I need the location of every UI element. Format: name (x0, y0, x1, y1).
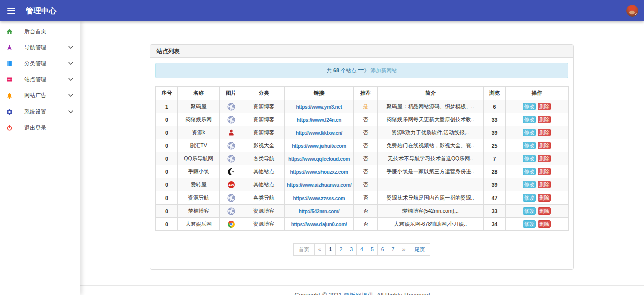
table-header-row: 序号名称图片分类链接推荐简介浏览操作 (156, 87, 569, 100)
cell-operations: 修改 删除 (506, 165, 569, 178)
sidebar-item-ad[interactable]: 网站广告 (0, 87, 80, 104)
footer-provider-link[interactable]: 要饭网提供 (343, 292, 373, 295)
sidebar-item-navigation[interactable]: 导航管理 (0, 39, 80, 55)
site-url-link[interactable]: https://www.zzsss.com (293, 195, 345, 201)
sidebar-item-settings[interactable]: 系统设置 (0, 104, 80, 120)
page-item-4[interactable]: 4 (357, 244, 367, 256)
sidebar-item-label: 导航管理 (24, 44, 46, 51)
cell-favicon (220, 152, 243, 165)
site-url-link[interactable]: https://www.qqlecloud.com (288, 156, 350, 162)
site-table-row: 0 闷猪娱乐网 资源博客 https://www.f24n.cn 否 闷猪娱乐网… (156, 113, 569, 126)
site-url-link[interactable]: http://www.kkfxw.cn/ (296, 130, 342, 136)
site-url-link[interactable]: https://www.aizhuanwu.com/ (287, 182, 352, 188)
globe-favicon-icon (227, 194, 235, 202)
cell-number: 0 (156, 113, 178, 126)
cell-recommended: 否 (354, 126, 378, 139)
delete-button[interactable]: 删除 (538, 220, 551, 228)
cell-views: 25 (484, 139, 506, 152)
page-item-7[interactable]: 7 (388, 244, 398, 256)
cell-category: 各类导航 (243, 191, 285, 205)
chevron-down-icon (68, 62, 73, 65)
cell-description: 无技术不导航学习技术首选QQ乐网.. (378, 152, 484, 165)
cell-views: 7 (484, 152, 506, 165)
cell-number: 0 (156, 178, 178, 191)
page-item-6[interactable]: 6 (377, 244, 388, 256)
cell-site-name: 手赚小筑 (178, 165, 220, 178)
sidebar-item-category[interactable]: 分类管理 (0, 55, 80, 71)
cell-link: https://www.dajun0.com/ (285, 218, 354, 231)
delete-button[interactable]: 删除 (538, 194, 551, 202)
page-item-«[interactable]: « (314, 244, 325, 256)
cell-description: 资源k致力于优质软件,活动线报,.. (378, 126, 484, 139)
site-icon (6, 76, 13, 83)
site-url-link[interactable]: https://www.shouzxz.com (290, 169, 348, 175)
aw-favicon-icon (227, 181, 235, 189)
chevron-down-icon (68, 94, 73, 97)
delete-button[interactable]: 删除 (538, 181, 551, 188)
cell-site-name: 梦楠博客 (178, 205, 220, 218)
site-url-link[interactable]: https://www.juhuitv.com (292, 143, 346, 149)
chrome-favicon-icon (227, 220, 235, 228)
delete-button[interactable]: 删除 (538, 142, 551, 149)
cell-site-name: 聚码屋 (178, 100, 220, 113)
site-url-link[interactable]: https://www.ym3.net (296, 104, 342, 110)
site-table-row: 0 资源k 资源博客 http://www.kkfxw.cn/ 否 资源k致力于… (156, 126, 569, 139)
cell-favicon (220, 139, 243, 152)
sidebar-item-logout[interactable]: 退出登录 (0, 120, 80, 136)
delete-button[interactable]: 删除 (538, 129, 551, 136)
site-table-row: 0 QQ乐导航网 各类导航 https://www.qqlecloud.com … (156, 152, 569, 165)
page-item-5[interactable]: 5 (367, 244, 377, 256)
delete-button[interactable]: 删除 (538, 116, 551, 123)
globe-favicon-icon (227, 103, 235, 111)
cell-description: 大君娱乐网-678辅助网,小刀娱.. (378, 218, 484, 231)
page-item-首页[interactable]: 首页 (293, 244, 314, 256)
site-table: 序号名称图片分类链接推荐简介浏览操作 1 聚码屋 资源博客 https://ww… (155, 86, 569, 231)
edit-button[interactable]: 修改 (523, 194, 536, 202)
add-site-link[interactable]: 添加新网站 (371, 67, 397, 73)
cell-operations: 修改 删除 (506, 218, 569, 231)
edit-button[interactable]: 修改 (523, 181, 536, 188)
edit-button[interactable]: 修改 (523, 142, 536, 149)
delete-button[interactable]: 删除 (538, 103, 551, 110)
site-url-link[interactable]: https://www.dajun0.com/ (291, 222, 347, 227)
site-table-row: 0 大君娱乐网 资源博客 https://www.dajun0.com/ 否 大… (156, 218, 569, 231)
cell-site-name: 资源导航 (178, 191, 220, 205)
cell-link: http://www.kkfxw.cn/ (285, 126, 354, 139)
edit-button[interactable]: 修改 (523, 207, 536, 215)
page-item-尾页[interactable]: 尾页 (409, 244, 430, 256)
edit-button[interactable]: 修改 (523, 103, 536, 110)
hamburger-menu-icon[interactable] (7, 8, 15, 14)
edit-button[interactable]: 修改 (523, 168, 536, 175)
sidebar-item-site[interactable]: 站点管理 (0, 71, 80, 87)
delete-button[interactable]: 删除 (538, 168, 551, 175)
settings-icon (6, 109, 13, 115)
sidebar-item-home[interactable]: 后台首页 (0, 23, 80, 39)
page-item-3[interactable]: 3 (346, 244, 357, 256)
cell-link: https://www.shouzxz.com (285, 165, 354, 178)
edit-button[interactable]: 修改 (523, 116, 536, 123)
cell-site-name: 资源k (178, 126, 220, 139)
site-url-link[interactable]: http://542mn.com/ (299, 209, 339, 214)
delete-button[interactable]: 删除 (538, 155, 551, 162)
page-item-»[interactable]: » (398, 244, 409, 256)
page-item-1[interactable]: 1 (325, 244, 336, 256)
cell-views: 28 (484, 165, 506, 178)
user-avatar[interactable] (626, 5, 638, 17)
cell-category: 其他站点 (243, 165, 285, 178)
delete-button[interactable]: 删除 (538, 207, 551, 215)
cell-site-name: 爱转屋 (178, 178, 220, 191)
site-url-link[interactable]: https://www.f24n.cn (297, 117, 341, 123)
cell-favicon (220, 218, 243, 231)
edit-button[interactable]: 修改 (523, 129, 536, 136)
column-header: 浏览 (484, 87, 506, 100)
cell-operations: 修改 删除 (506, 152, 569, 165)
site-table-row: 0 资源导航 各类导航 https://www.zzsss.com 否 资源技术… (156, 191, 569, 205)
chevron-down-icon (68, 78, 73, 81)
edit-button[interactable]: 修改 (523, 155, 536, 162)
page-item-2[interactable]: 2 (336, 244, 346, 256)
user-avatar-image (626, 5, 638, 17)
cell-favicon (220, 165, 243, 178)
cell-number: 0 (156, 126, 178, 139)
edit-button[interactable]: 修改 (523, 220, 536, 228)
cell-recommended: 否 (354, 165, 378, 178)
